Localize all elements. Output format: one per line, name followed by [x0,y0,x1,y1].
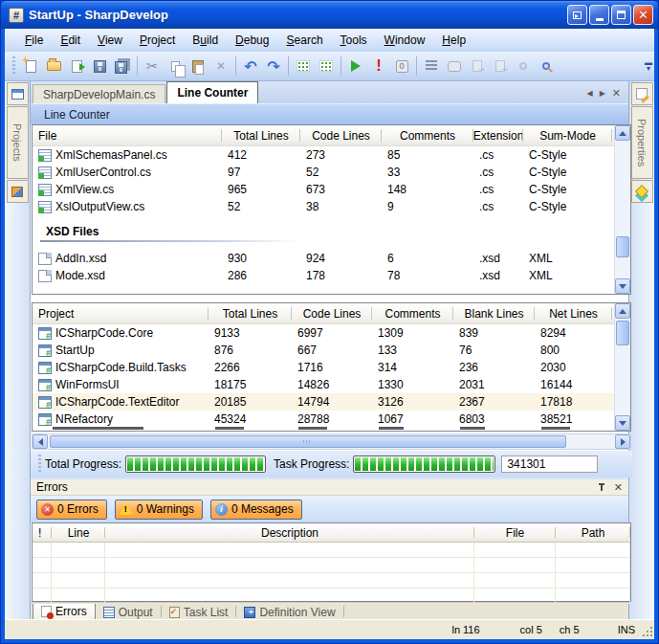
column-header[interactable]: Total Lines [209,303,292,323]
scrollbar-thumb[interactable] [616,321,629,345]
table-row[interactable]: StartUp87666713376800 [33,342,630,359]
align-lines-icon [426,60,437,72]
column-header[interactable]: Sum-Mode [523,125,612,145]
column-header[interactable]: Code Lines [292,303,372,323]
deploy-button[interactable] [466,55,489,78]
projects-pad-tab[interactable] [7,82,29,105]
table-row[interactable]: AddIn.xsd9309246.xsdXML [33,250,630,267]
column-header[interactable]: Comments [372,303,453,323]
delete-button[interactable] [209,55,232,78]
open-button[interactable] [42,55,65,78]
dock-window-button[interactable] [567,5,587,25]
properties-pad-label[interactable]: Properties [631,106,653,179]
scroll-down-button[interactable] [615,415,630,431]
horizontal-scrollbar[interactable] [32,433,631,450]
undo-button[interactable] [239,55,262,78]
cs-file-icon [38,184,52,196]
table-row[interactable]: WinFormsUI18175148261330203116144 [33,376,630,393]
projects-pad-label[interactable]: Projects [7,106,29,179]
copy-button[interactable] [164,55,187,78]
errors-filter-button[interactable]: ✕ 0 Errors [36,500,107,520]
column-header[interactable]: Line [52,523,105,542]
scrollbar-thumb[interactable] [50,435,566,448]
column-header[interactable]: Project [33,303,209,323]
toolbar-grip[interactable] [38,455,41,474]
messages-filter-button[interactable]: i 0 Messages [210,500,302,520]
column-header[interactable]: File [33,125,222,145]
menu-tools[interactable]: Tools [332,31,376,50]
deploy-alt-button[interactable] [489,55,512,78]
scrollbar-thumb[interactable] [616,236,629,257]
comment-region-button[interactable] [292,55,315,78]
projects-vertical-scrollbar[interactable] [614,303,630,431]
menu-project[interactable]: Project [131,31,184,50]
menu-search[interactable]: Search [277,31,331,50]
tab-sharpdevelopmain[interactable]: SharpDevelopMain.cs [33,84,165,103]
close-panel-icon[interactable]: ✕ [614,482,623,493]
run-button[interactable] [344,55,367,78]
prev-tab-icon[interactable]: ◀ [586,89,592,98]
column-header[interactable]: File [474,523,556,542]
column-header[interactable]: Description [105,523,474,542]
table-row[interactable]: XmlUserControl.cs975233.csC-Style [33,164,630,181]
table-row[interactable]: ICSharpCode.Build.Tasks22661716314236203… [33,359,630,376]
warnings-filter-button[interactable]: 0 Warnings [115,500,203,520]
title-bar[interactable]: # StartUp - SharpDevelop ✕ [1,1,658,29]
minimize-button[interactable] [589,5,609,25]
toolbar-grip[interactable] [12,56,15,76]
scroll-up-button[interactable] [615,303,630,319]
scroll-right-button[interactable] [615,434,630,449]
new-file-button[interactable] [19,55,42,78]
scroll-left-button[interactable] [33,434,48,449]
menu-edit[interactable]: Edit [52,31,89,50]
table-row[interactable]: ICSharpCode.Core9133699713098398294 [33,324,630,342]
files-vertical-scrollbar[interactable] [614,125,630,294]
close-tab-icon[interactable]: ✕ [612,87,621,100]
shape-button[interactable] [443,55,466,78]
column-header[interactable]: Blank Lines [453,303,535,323]
table-row[interactable]: XmlSchemasPanel.cs41227385.csC-Style [33,146,630,164]
align-lines-button[interactable] [420,55,443,78]
column-header[interactable]: Total Lines [222,125,300,145]
column-header[interactable]: ! [33,523,52,542]
scroll-up-button[interactable] [615,125,630,141]
table-row[interactable]: XmlView.cs965673148.csC-Style [33,181,630,198]
column-header[interactable]: Net Lines [535,303,612,323]
menu-debug[interactable]: Debug [227,31,277,50]
cut-button[interactable] [141,55,164,78]
properties-pad-tab[interactable] [631,82,653,105]
paste-button[interactable] [187,55,209,78]
save-button[interactable] [88,55,111,78]
uncomment-region-button[interactable] [315,55,338,78]
classes-pad-tab[interactable] [631,180,653,203]
abort-button[interactable] [367,55,390,78]
menu-build[interactable]: Build [184,31,227,50]
column-header[interactable]: Path [556,523,630,542]
cell-text: AddIn.xsd [55,252,106,265]
table-row[interactable]: Mode.xsd28617878.xsdXML [33,267,630,284]
column-header[interactable]: Code Lines [300,125,382,145]
menu-view[interactable]: View [89,31,131,50]
next-tab-icon[interactable]: ▶ [600,89,605,98]
column-header[interactable]: Comments [382,125,473,145]
table-row[interactable]: ICSharpCode.TextEditor201851479431262367… [33,393,630,411]
resize-grip[interactable] [641,627,652,638]
pin-icon[interactable] [597,482,606,492]
search-disabled-button[interactable] [512,55,535,78]
toolbar-overflow-button[interactable]: ▬▾ [643,54,654,78]
close-button[interactable]: ✕ [633,5,653,25]
menu-file[interactable]: File [16,31,52,50]
table-row[interactable]: XslOutputView.cs52389.csC-Style [33,198,630,215]
menu-window[interactable]: Window [376,31,434,50]
menu-help[interactable]: Help [433,31,474,50]
open-from-web-button[interactable] [65,55,88,78]
maximize-button[interactable] [611,5,631,25]
tools-pad-tab[interactable] [7,180,29,203]
column-header[interactable]: Extension [473,125,523,145]
save-all-button[interactable] [111,55,134,78]
tab-line-counter[interactable]: Line Counter [166,81,258,103]
search-button[interactable] [535,55,558,78]
redo-button[interactable] [262,55,285,78]
scroll-down-button[interactable] [615,278,630,294]
stop-count-button[interactable] [390,55,413,78]
